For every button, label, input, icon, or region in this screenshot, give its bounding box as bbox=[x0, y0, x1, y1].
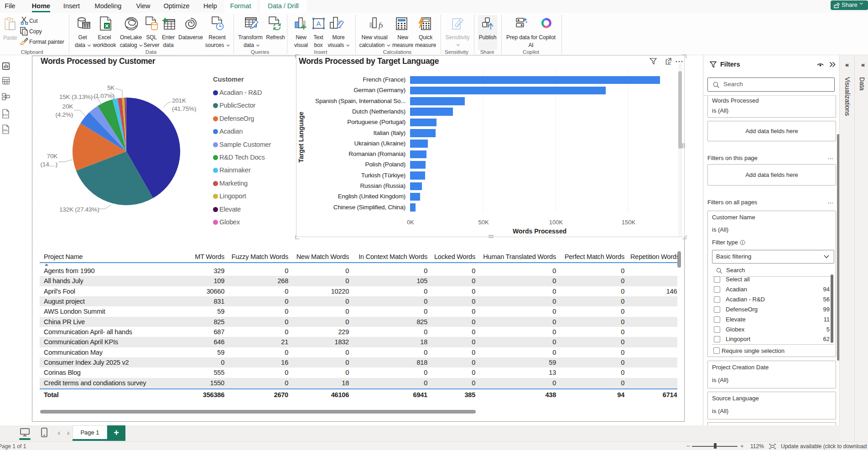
svg-text:A: A bbox=[316, 20, 321, 27]
svg-text:fx: fx bbox=[379, 21, 383, 30]
svg-text:DAX: DAX bbox=[3, 114, 8, 116]
svg-text:TMDL: TMDL bbox=[3, 129, 9, 132]
